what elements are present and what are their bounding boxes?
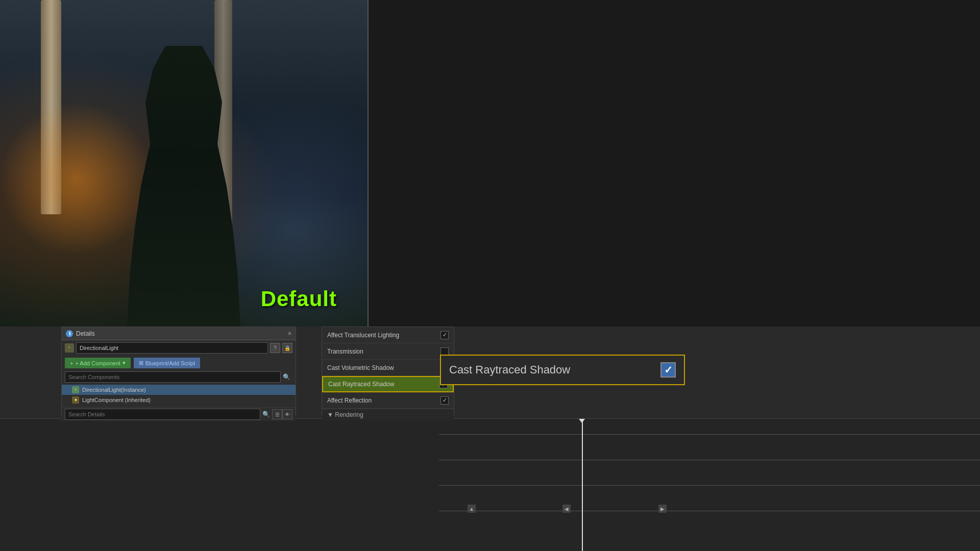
blueprint-label: Blueprint/Add Script bbox=[145, 360, 195, 366]
blueprint-icon: ⊞ bbox=[139, 360, 143, 366]
details-title-text: Details bbox=[76, 330, 95, 337]
rendering-label: ▼ Rendering bbox=[327, 411, 363, 418]
component-item-directionallight[interactable]: * DirectionalLight(Instance) bbox=[62, 385, 296, 395]
details-header: ℹ Details × bbox=[62, 327, 296, 340]
timeline-scrubber[interactable] bbox=[582, 419, 583, 551]
prop-row-transmission: Transmission bbox=[322, 343, 454, 360]
details-title: ℹ Details bbox=[66, 330, 95, 337]
question-button[interactable]: ? bbox=[270, 343, 280, 353]
directional-light-icon: * bbox=[65, 343, 74, 353]
prop-checkbox-reflection[interactable] bbox=[440, 396, 449, 405]
column-left bbox=[41, 0, 61, 214]
prop-row-reflection: Affect Reflection bbox=[322, 392, 454, 409]
lock-button[interactable]: 🔒 bbox=[282, 343, 292, 353]
component-name-directional: DirectionalLight(Instance) bbox=[82, 387, 146, 393]
prop-label-reflection: Affect Reflection bbox=[327, 397, 440, 404]
prop-row-volumetric: Cast Volumetric Shadow bbox=[322, 360, 454, 376]
prop-checkbox-translucent[interactable] bbox=[440, 331, 449, 339]
prop-row-raytraced: Cast Raytraced Shadow bbox=[322, 376, 454, 392]
component-item-lightcomponent[interactable]: ✦ LightComponent (Inherited) bbox=[62, 395, 296, 405]
timeline-line-3 bbox=[439, 485, 980, 486]
details-close-button[interactable]: × bbox=[288, 330, 291, 337]
rendering-section: ▼ Rendering bbox=[322, 409, 454, 420]
search-details-input[interactable] bbox=[65, 409, 260, 420]
properties-panel: Affect Translucent Lighting Transmission… bbox=[322, 327, 454, 416]
component-icon-directional: * bbox=[72, 386, 79, 393]
eye-button[interactable]: 👁 bbox=[282, 409, 292, 419]
add-icon: + bbox=[70, 360, 73, 366]
viewport-divider bbox=[368, 0, 369, 327]
button-row: + + Add Component ▾ ⊞ Blueprint/Add Scri… bbox=[62, 356, 296, 370]
light-name-input[interactable] bbox=[76, 342, 268, 354]
timeline-scrubber-head bbox=[579, 419, 585, 423]
timeline-line-1 bbox=[439, 434, 980, 435]
timeline-right-arrow[interactable]: ▶ bbox=[658, 505, 667, 513]
timeline-line-4 bbox=[439, 511, 980, 511]
search-components-input[interactable] bbox=[65, 371, 281, 383]
component-name-light: LightComponent (Inherited) bbox=[82, 397, 151, 403]
timeline-line-2 bbox=[439, 460, 980, 460]
tooltip-panel: Cast Raytraced Shadow bbox=[440, 355, 685, 385]
label-default: Default bbox=[261, 287, 337, 311]
search-details-icon: 🔍 bbox=[260, 411, 272, 418]
add-component-button[interactable]: + + Add Component ▾ bbox=[65, 358, 131, 368]
prop-label-translucent: Affect Translucent Lighting bbox=[327, 332, 440, 339]
details-panel: ℹ Details × * ? 🔒 + + Add Component ▾ ⊞ … bbox=[61, 327, 296, 416]
component-list: * DirectionalLight(Instance) ✦ LightComp… bbox=[62, 384, 296, 406]
search-components-icon: 🔍 bbox=[281, 373, 292, 381]
search-components-row: 🔍 bbox=[62, 370, 296, 384]
search-details-row: 🔍 ☰ 👁 bbox=[62, 407, 296, 421]
tooltip-checkbox[interactable] bbox=[660, 362, 676, 378]
blueprint-button[interactable]: ⊞ Blueprint/Add Script bbox=[134, 358, 200, 368]
prop-label-transmission: Transmission bbox=[327, 348, 440, 355]
prop-label-raytraced: Cast Raytraced Shadow bbox=[328, 381, 439, 388]
dropdown-arrow: ▾ bbox=[122, 360, 126, 366]
viewport-left: Default bbox=[0, 0, 368, 327]
tooltip-label: Cast Raytraced Shadow bbox=[449, 363, 652, 377]
timeline-up-arrow[interactable]: ▲ bbox=[468, 505, 476, 513]
component-icon-light: ✦ bbox=[72, 396, 79, 404]
prop-row-translucent: Affect Translucent Lighting bbox=[322, 327, 454, 343]
details-icon: ℹ bbox=[66, 330, 73, 337]
timeline-left-arrow[interactable]: ◀ bbox=[562, 505, 571, 513]
add-component-label: + Add Component bbox=[75, 360, 120, 366]
timeline-area: ▲ ◀ ▶ bbox=[0, 418, 980, 551]
list-view-button[interactable]: ☰ bbox=[272, 409, 282, 419]
prop-label-volumetric: Cast Volumetric Shadow bbox=[327, 364, 440, 371]
search-row: * ? 🔒 bbox=[62, 340, 296, 356]
